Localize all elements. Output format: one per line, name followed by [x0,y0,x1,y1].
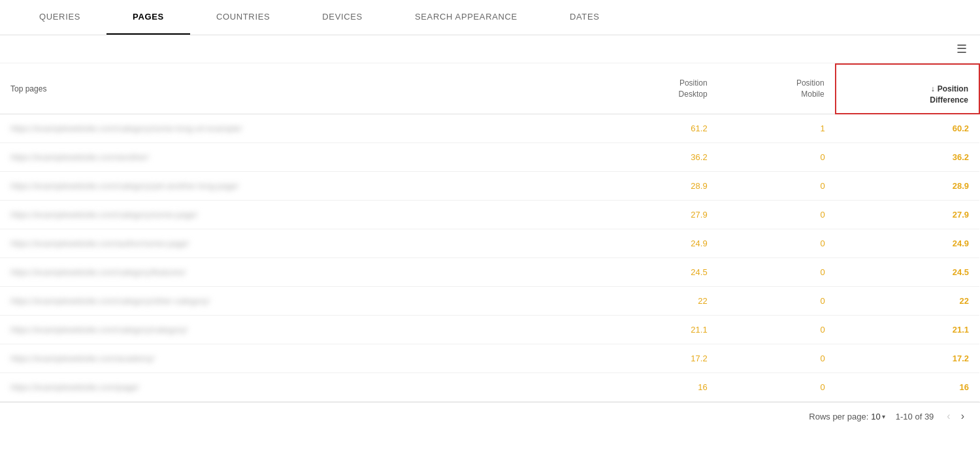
cell-position-diff: 24.5 [836,258,979,287]
sort-down-icon: ↓ [931,84,935,95]
table-row: https://examplewebsite.com/category/some… [0,114,979,143]
cell-page-url[interactable]: https://examplewebsite.com/author/some-p… [0,229,600,258]
cell-page-url[interactable]: https://examplewebsite.com/academy/ [0,344,600,373]
table-footer: Rows per page: 10 ▾ 1-10 of 39 ‹ › [0,402,980,430]
cell-position-diff: 60.2 [836,114,979,143]
cell-position-desktop: 27.9 [600,201,718,229]
col-header-diff[interactable]: ↓Position Difference [836,64,979,114]
table-row: https://examplewebsite.com/another/36.20… [0,143,979,172]
pagination-next-button[interactable]: › [958,410,967,422]
cell-page-url[interactable]: https://examplewebsite.com/category/cate… [0,316,600,344]
tab-countries[interactable]: COUNTRIES [190,0,296,35]
cell-position-mobile: 1 [718,114,836,143]
cell-position-mobile: 0 [718,373,836,402]
table-row: https://examplewebsite.com/page/16016 [0,373,979,402]
cell-position-desktop: 28.9 [600,172,718,201]
cell-position-mobile: 0 [718,143,836,172]
cell-page-url[interactable]: https://examplewebsite.com/page/ [0,373,600,402]
cell-position-mobile: 0 [718,258,836,287]
cell-position-desktop: 21.1 [600,316,718,344]
table-row: https://examplewebsite.com/academy/17.20… [0,344,979,373]
cell-position-desktop: 24.9 [600,229,718,258]
cell-position-mobile: 0 [718,287,836,316]
cell-position-desktop: 61.2 [600,114,718,143]
cell-position-desktop: 22 [600,287,718,316]
tab-dates[interactable]: DATES [544,0,626,35]
col-header-desktop[interactable]: Position Desktop [600,64,718,114]
pagination-prev-button[interactable]: ‹ [944,410,953,422]
tabs-bar: QUERIES PAGES COUNTRIES DEVICES SEARCH A… [0,0,980,35]
cell-position-diff: 27.9 [836,201,979,229]
table-row: https://examplewebsite.com/category/othe… [0,287,979,316]
cell-position-diff: 28.9 [836,172,979,201]
cell-position-desktop: 16 [600,373,718,402]
cell-position-diff: 21.1 [836,316,979,344]
data-table: Top pages Position Desktop Position Mobi… [0,63,980,402]
filter-icon[interactable]: ☰ [956,42,967,56]
cell-position-desktop: 17.2 [600,344,718,373]
rows-per-page-label: Rows per page: [809,412,868,421]
cell-position-desktop: 24.5 [600,258,718,287]
rows-per-page-select[interactable]: 10 ▾ [871,412,885,421]
tab-pages[interactable]: PAGES [106,0,190,35]
table-row: https://examplewebsite.com/author/some-p… [0,229,979,258]
table-row: https://examplewebsite.com/category/cate… [0,316,979,344]
cell-position-mobile: 0 [718,201,836,229]
col-header-pages: Top pages [0,64,600,114]
rows-per-page-value: 10 [871,412,880,421]
cell-page-url[interactable]: https://examplewebsite.com/category/feat… [0,258,600,287]
cell-position-diff: 24.9 [836,229,979,258]
tab-devices[interactable]: DEVICES [296,0,389,35]
rows-per-page-container: Rows per page: 10 ▾ [809,412,885,421]
cell-page-url[interactable]: https://examplewebsite.com/category/some… [0,114,600,143]
cell-position-diff: 17.2 [836,344,979,373]
tab-search-appearance[interactable]: SEARCH APPEARANCE [389,0,544,35]
cell-position-mobile: 0 [718,316,836,344]
toolbar: ☰ [0,35,980,63]
cell-position-diff: 22 [836,287,979,316]
tab-queries[interactable]: QUERIES [13,0,106,35]
cell-position-mobile: 0 [718,172,836,201]
cell-position-mobile: 0 [718,344,836,373]
table-row: https://examplewebsite.com/category/yet-… [0,172,979,201]
cell-position-diff: 36.2 [836,143,979,172]
pagination-nav: ‹ › [944,410,967,422]
cell-position-desktop: 36.2 [600,143,718,172]
chevron-down-icon: ▾ [882,413,885,420]
table-row: https://examplewebsite.com/category/some… [0,201,979,229]
table-row: https://examplewebsite.com/category/feat… [0,258,979,287]
cell-position-mobile: 0 [718,229,836,258]
cell-page-url[interactable]: https://examplewebsite.com/category/yet-… [0,172,600,201]
cell-position-diff: 16 [836,373,979,402]
col-header-mobile[interactable]: Position Mobile [718,64,836,114]
cell-page-url[interactable]: https://examplewebsite.com/another/ [0,143,600,172]
cell-page-url[interactable]: https://examplewebsite.com/category/othe… [0,287,600,316]
cell-page-url[interactable]: https://examplewebsite.com/category/some… [0,201,600,229]
pagination-info: 1-10 of 39 [896,412,934,421]
